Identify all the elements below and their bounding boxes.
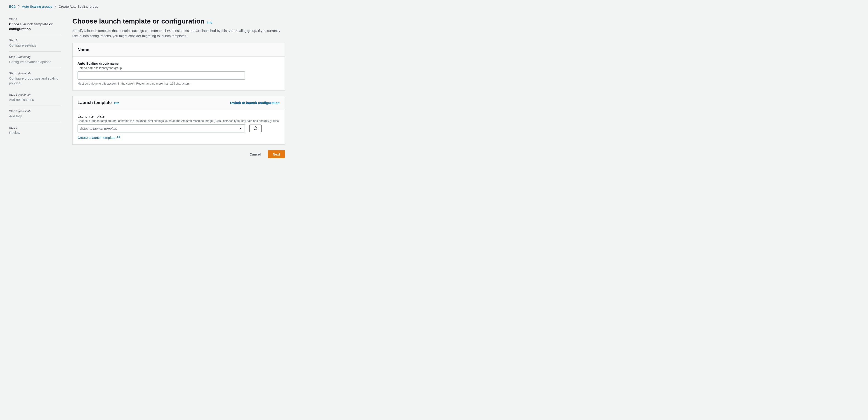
wizard-step-5: Step 5 (optional) Add notifications — [9, 93, 61, 106]
wizard-step-6: Step 6 (optional) Add tags — [9, 110, 61, 122]
page-title: Choose launch template or configuration — [72, 18, 205, 25]
step-number: Step 2 — [9, 39, 61, 42]
step-number: Step 6 (optional) — [9, 110, 61, 113]
step-number: Step 3 (optional) — [9, 55, 61, 59]
create-launch-template-link[interactable]: Create a launch template — [78, 136, 120, 140]
step-title: Configure settings — [9, 43, 61, 48]
step-title: Configure group size and scaling policie… — [9, 76, 61, 85]
asg-name-hint: Enter a name to identify the group. — [78, 66, 280, 70]
wizard-step-1[interactable]: Step 1 Choose launch template or configu… — [9, 18, 61, 35]
wizard-step-4: Step 4 (optional) Configure group size a… — [9, 72, 61, 89]
asg-name-input[interactable] — [78, 71, 245, 80]
step-title: Review — [9, 130, 61, 135]
info-link[interactable]: Info — [207, 21, 212, 24]
launch-template-panel: Launch template Info Switch to launch co… — [72, 96, 285, 145]
breadcrumb-ec2[interactable]: EC2 — [9, 4, 16, 8]
step-title: Configure advanced options — [9, 59, 61, 64]
wizard-sidebar: Step 1 Choose launch template or configu… — [9, 18, 61, 158]
breadcrumb-current: Create Auto Scaling group — [59, 4, 98, 8]
page-description: Specify a launch template that contains … — [72, 28, 285, 38]
step-number: Step 4 (optional) — [9, 72, 61, 75]
step-number: Step 1 — [9, 18, 61, 21]
name-panel: Name Auto Scaling group name Enter a nam… — [72, 43, 285, 90]
launch-template-hint: Choose a launch template that contains t… — [78, 119, 280, 122]
asg-name-label: Auto Scaling group name — [78, 61, 280, 65]
cancel-button[interactable]: Cancel — [245, 150, 265, 158]
wizard-step-2: Step 2 Configure settings — [9, 39, 61, 52]
chevron-right-icon — [18, 5, 20, 8]
chevron-right-icon — [55, 5, 56, 8]
next-button[interactable]: Next — [268, 150, 285, 158]
actions-row: Cancel Next — [72, 150, 285, 158]
launch-template-label: Launch template — [78, 114, 280, 118]
wizard-step-3: Step 3 (optional) Configure advanced opt… — [9, 55, 61, 68]
breadcrumb-asg[interactable]: Auto Scaling groups — [22, 4, 52, 8]
panel-title: Launch template — [78, 100, 112, 105]
refresh-icon — [253, 126, 257, 131]
external-link-icon — [117, 136, 120, 140]
step-title: Add tags — [9, 114, 61, 118]
refresh-button[interactable] — [249, 125, 261, 132]
step-number: Step 5 (optional) — [9, 93, 61, 96]
launch-template-select[interactable]: Select a launch template — [78, 124, 245, 132]
wizard-step-7: Step 7 Review — [9, 126, 61, 139]
panel-title: Name — [78, 47, 89, 52]
info-link[interactable]: Info — [114, 101, 119, 104]
step-title: Choose launch template or configuration — [9, 22, 61, 31]
step-number: Step 7 — [9, 126, 61, 129]
step-title: Add notifications — [9, 97, 61, 102]
main-content: Choose launch template or configuration … — [72, 18, 285, 158]
breadcrumb: EC2 Auto Scaling groups Create Auto Scal… — [9, 4, 859, 8]
select-placeholder: Select a launch template — [80, 127, 117, 130]
switch-to-launch-config-link[interactable]: Switch to launch configuration — [230, 101, 280, 104]
asg-name-constraint: Must be unique to this account in the cu… — [78, 82, 280, 85]
